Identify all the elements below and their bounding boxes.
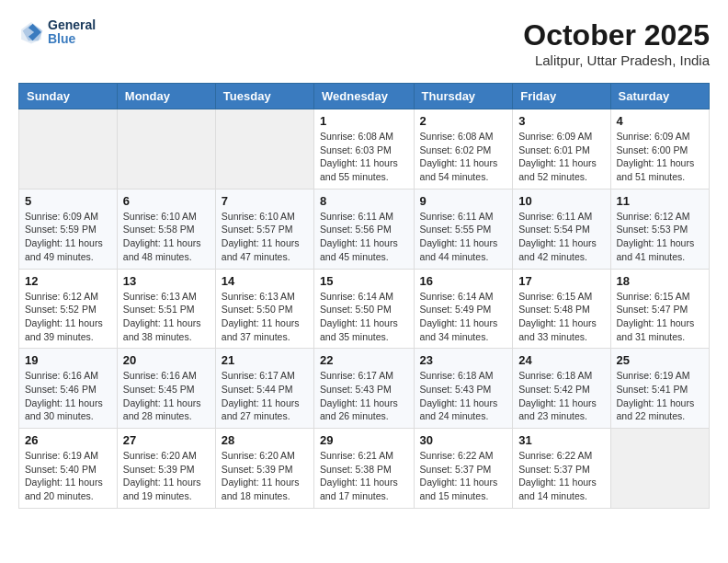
day-info: Sunrise: 6:12 AMSunset: 5:53 PMDaylight:…: [617, 210, 703, 264]
day-number: 28: [222, 433, 308, 447]
calendar-cell: 28Sunrise: 6:20 AMSunset: 5:39 PMDayligh…: [215, 429, 313, 509]
day-number: 16: [420, 274, 507, 288]
calendar-cell: 17Sunrise: 6:15 AMSunset: 5:48 PMDayligh…: [513, 269, 610, 349]
day-header-tuesday: Tuesday: [215, 84, 313, 109]
week-row-3: 12Sunrise: 6:12 AMSunset: 5:52 PMDayligh…: [19, 269, 710, 349]
day-number: 31: [518, 433, 604, 447]
logo-general: General: [48, 18, 96, 32]
day-info: Sunrise: 6:10 AMSunset: 5:58 PMDaylight:…: [123, 210, 210, 264]
day-number: 11: [617, 194, 703, 208]
week-row-1: 1Sunrise: 6:08 AMSunset: 6:03 PMDaylight…: [19, 109, 710, 190]
day-header-monday: Monday: [117, 84, 215, 109]
day-info: Sunrise: 6:21 AMSunset: 5:38 PMDaylight:…: [320, 449, 408, 503]
calendar-cell: 3Sunrise: 6:09 AMSunset: 6:01 PMDaylight…: [513, 109, 610, 190]
title-area: October 2025 Lalitpur, Uttar Pradesh, In…: [523, 18, 710, 68]
day-number: 17: [518, 274, 604, 288]
day-number: 21: [222, 353, 308, 367]
day-number: 24: [518, 353, 604, 367]
day-number: 12: [25, 274, 111, 288]
calendar-cell: 19Sunrise: 6:16 AMSunset: 5:46 PMDayligh…: [19, 349, 118, 429]
day-info: Sunrise: 6:19 AMSunset: 5:41 PMDaylight:…: [617, 369, 703, 423]
week-row-5: 26Sunrise: 6:19 AMSunset: 5:40 PMDayligh…: [19, 429, 710, 509]
calendar-cell: 9Sunrise: 6:11 AMSunset: 5:55 PMDaylight…: [414, 189, 513, 269]
calendar-cell: 21Sunrise: 6:17 AMSunset: 5:44 PMDayligh…: [215, 349, 313, 429]
calendar-cell: 22Sunrise: 6:17 AMSunset: 5:43 PMDayligh…: [314, 349, 415, 429]
calendar-cell: 6Sunrise: 6:10 AMSunset: 5:58 PMDaylight…: [117, 189, 215, 269]
day-info: Sunrise: 6:15 AMSunset: 5:48 PMDaylight:…: [518, 290, 604, 344]
day-number: 3: [518, 114, 604, 128]
day-info: Sunrise: 6:13 AMSunset: 5:51 PMDaylight:…: [123, 290, 210, 344]
day-number: 7: [222, 194, 308, 208]
day-number: 29: [320, 433, 408, 447]
day-info: Sunrise: 6:14 AMSunset: 5:50 PMDaylight:…: [320, 290, 408, 344]
calendar-cell: 2Sunrise: 6:08 AMSunset: 6:02 PMDaylight…: [414, 109, 513, 190]
calendar-cell: 1Sunrise: 6:08 AMSunset: 6:03 PMDaylight…: [314, 109, 415, 190]
week-row-2: 5Sunrise: 6:09 AMSunset: 5:59 PMDaylight…: [19, 189, 710, 269]
day-number: 30: [420, 433, 507, 447]
day-number: 1: [320, 114, 408, 128]
day-number: 26: [25, 433, 111, 447]
day-header-thursday: Thursday: [414, 84, 513, 109]
calendar-cell: [19, 109, 118, 190]
calendar-cell: 10Sunrise: 6:11 AMSunset: 5:54 PMDayligh…: [513, 189, 610, 269]
day-number: 19: [25, 353, 111, 367]
calendar-cell: 31Sunrise: 6:22 AMSunset: 5:37 PMDayligh…: [513, 429, 610, 509]
calendar-cell: 13Sunrise: 6:13 AMSunset: 5:51 PMDayligh…: [117, 269, 215, 349]
day-info: Sunrise: 6:15 AMSunset: 5:47 PMDaylight:…: [617, 290, 703, 344]
calendar-cell: [117, 109, 215, 190]
day-info: Sunrise: 6:22 AMSunset: 5:37 PMDaylight:…: [518, 449, 604, 503]
day-info: Sunrise: 6:18 AMSunset: 5:42 PMDaylight:…: [518, 369, 604, 423]
calendar-cell: 25Sunrise: 6:19 AMSunset: 5:41 PMDayligh…: [610, 349, 709, 429]
location: Lalitpur, Uttar Pradesh, India: [523, 52, 710, 68]
calendar-cell: 18Sunrise: 6:15 AMSunset: 5:47 PMDayligh…: [610, 269, 709, 349]
calendar-header-row: SundayMondayTuesdayWednesdayThursdayFrid…: [19, 84, 710, 109]
day-info: Sunrise: 6:13 AMSunset: 5:50 PMDaylight:…: [222, 290, 308, 344]
day-number: 4: [617, 114, 703, 128]
day-number: 14: [222, 274, 308, 288]
day-number: 23: [420, 353, 507, 367]
calendar-cell: 15Sunrise: 6:14 AMSunset: 5:50 PMDayligh…: [314, 269, 415, 349]
logo-text: General Blue: [48, 18, 96, 47]
day-info: Sunrise: 6:12 AMSunset: 5:52 PMDaylight:…: [25, 290, 111, 344]
day-number: 22: [320, 353, 408, 367]
day-number: 9: [420, 194, 507, 208]
page-header: General Blue October 2025 Lalitpur, Utta…: [18, 18, 710, 68]
day-info: Sunrise: 6:14 AMSunset: 5:49 PMDaylight:…: [420, 290, 507, 344]
calendar-cell: 26Sunrise: 6:19 AMSunset: 5:40 PMDayligh…: [19, 429, 118, 509]
day-info: Sunrise: 6:08 AMSunset: 6:03 PMDaylight:…: [320, 130, 408, 184]
calendar-cell: 20Sunrise: 6:16 AMSunset: 5:45 PMDayligh…: [117, 349, 215, 429]
day-number: 15: [320, 274, 408, 288]
calendar-cell: 5Sunrise: 6:09 AMSunset: 5:59 PMDaylight…: [19, 189, 118, 269]
day-info: Sunrise: 6:20 AMSunset: 5:39 PMDaylight:…: [123, 449, 210, 503]
calendar-cell: 24Sunrise: 6:18 AMSunset: 5:42 PMDayligh…: [513, 349, 610, 429]
day-info: Sunrise: 6:10 AMSunset: 5:57 PMDaylight:…: [222, 210, 308, 264]
week-row-4: 19Sunrise: 6:16 AMSunset: 5:46 PMDayligh…: [19, 349, 710, 429]
day-info: Sunrise: 6:11 AMSunset: 5:55 PMDaylight:…: [420, 210, 507, 264]
logo: General Blue: [18, 18, 96, 47]
month-title: October 2025: [523, 18, 710, 52]
day-number: 25: [617, 353, 703, 367]
calendar-cell: 30Sunrise: 6:22 AMSunset: 5:37 PMDayligh…: [414, 429, 513, 509]
calendar-cell: 29Sunrise: 6:21 AMSunset: 5:38 PMDayligh…: [314, 429, 415, 509]
day-info: Sunrise: 6:09 AMSunset: 6:01 PMDaylight:…: [518, 130, 604, 184]
day-number: 27: [123, 433, 210, 447]
day-info: Sunrise: 6:09 AMSunset: 6:00 PMDaylight:…: [617, 130, 703, 184]
calendar-cell: 4Sunrise: 6:09 AMSunset: 6:00 PMDaylight…: [610, 109, 709, 190]
calendar-cell: 16Sunrise: 6:14 AMSunset: 5:49 PMDayligh…: [414, 269, 513, 349]
day-number: 10: [518, 194, 604, 208]
day-number: 5: [25, 194, 111, 208]
day-info: Sunrise: 6:16 AMSunset: 5:46 PMDaylight:…: [25, 369, 111, 423]
day-header-wednesday: Wednesday: [314, 84, 415, 109]
day-info: Sunrise: 6:17 AMSunset: 5:43 PMDaylight:…: [320, 369, 408, 423]
calendar-cell: 11Sunrise: 6:12 AMSunset: 5:53 PMDayligh…: [610, 189, 709, 269]
day-number: 13: [123, 274, 210, 288]
day-number: 2: [420, 114, 507, 128]
calendar-cell: 12Sunrise: 6:12 AMSunset: 5:52 PMDayligh…: [19, 269, 118, 349]
day-number: 6: [123, 194, 210, 208]
day-header-saturday: Saturday: [610, 84, 709, 109]
day-info: Sunrise: 6:08 AMSunset: 6:02 PMDaylight:…: [420, 130, 507, 184]
calendar-cell: 7Sunrise: 6:10 AMSunset: 5:57 PMDaylight…: [215, 189, 313, 269]
day-number: 8: [320, 194, 408, 208]
calendar-cell: 14Sunrise: 6:13 AMSunset: 5:50 PMDayligh…: [215, 269, 313, 349]
day-info: Sunrise: 6:09 AMSunset: 5:59 PMDaylight:…: [25, 210, 111, 264]
